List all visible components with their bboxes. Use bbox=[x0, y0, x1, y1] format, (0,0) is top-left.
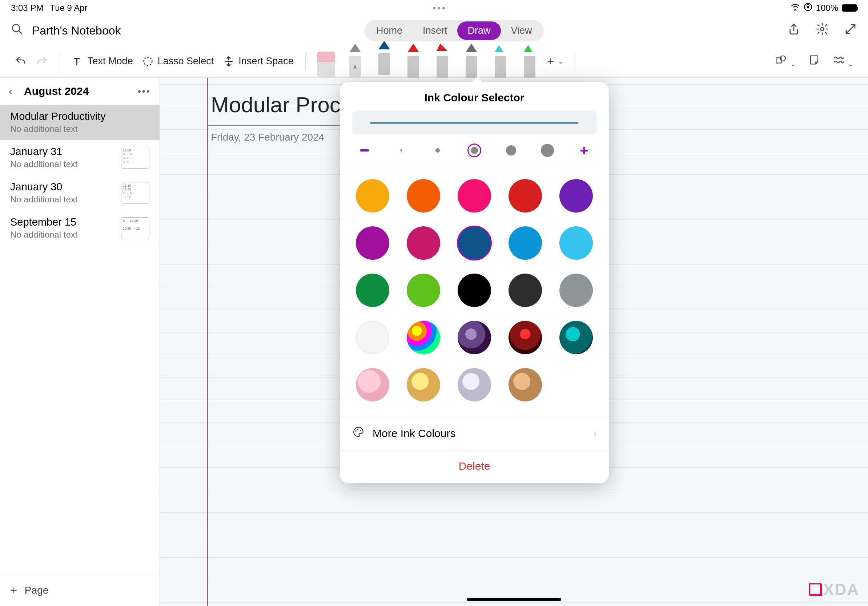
home-indicator[interactable] bbox=[467, 598, 561, 601]
color-swatch-9[interactable] bbox=[560, 226, 593, 260]
section-more-button[interactable]: ••• bbox=[138, 86, 151, 97]
wifi-icon bbox=[790, 3, 800, 13]
settings-icon[interactable] bbox=[816, 23, 829, 39]
color-swatch-23[interactable] bbox=[508, 368, 542, 402]
thickness-option-5[interactable] bbox=[539, 142, 556, 159]
battery-percent: 100% bbox=[816, 3, 838, 13]
thickness-option-1[interactable] bbox=[392, 142, 410, 159]
color-grid bbox=[340, 168, 609, 416]
undo-button[interactable] bbox=[14, 55, 27, 68]
page-item[interactable]: September 15No additional text 8 → 12.30… bbox=[0, 210, 160, 246]
multitask-dots[interactable] bbox=[88, 7, 790, 9]
thickness-option-2[interactable] bbox=[429, 142, 446, 159]
add-page-button[interactable]: + Page bbox=[0, 574, 160, 606]
status-date: Tue 9 Apr bbox=[50, 3, 87, 13]
status-bar: 3:03 PM Tue 9 Apr 100% bbox=[0, 0, 868, 16]
svg-point-10 bbox=[357, 429, 359, 430]
tab-view[interactable]: View bbox=[501, 22, 542, 40]
pen-tray: A bbox=[317, 45, 538, 78]
tab-bar: Home Insert Draw View bbox=[364, 20, 544, 42]
section-title[interactable]: August 2024 bbox=[24, 85, 130, 97]
svg-point-11 bbox=[360, 430, 361, 431]
color-swatch-8[interactable] bbox=[508, 226, 542, 260]
color-swatch-1[interactable] bbox=[407, 179, 440, 213]
color-swatch-12[interactable] bbox=[457, 274, 491, 307]
color-swatch-4[interactable] bbox=[560, 179, 593, 213]
color-swatch-0[interactable] bbox=[356, 179, 389, 213]
highlighter-green-tool[interactable] bbox=[521, 52, 538, 78]
watermark: ❑XDA bbox=[808, 580, 859, 599]
color-swatch-16[interactable] bbox=[407, 321, 440, 354]
back-button[interactable]: ‹ bbox=[9, 85, 12, 97]
color-swatch-11[interactable] bbox=[407, 274, 440, 307]
color-swatch-20[interactable] bbox=[356, 368, 389, 402]
delete-button[interactable]: Delete bbox=[340, 450, 609, 483]
highlighter-teal-tool[interactable] bbox=[492, 52, 509, 78]
color-swatch-22[interactable] bbox=[457, 368, 491, 402]
tab-draw[interactable]: Draw bbox=[457, 22, 501, 40]
page-item[interactable]: Modular ProductivityNo additional text bbox=[0, 105, 160, 140]
more-ink-colors-button[interactable]: More Ink Colours › bbox=[340, 416, 609, 450]
text-mode-button[interactable]: TText Mode bbox=[71, 55, 133, 68]
battery-icon bbox=[842, 5, 857, 12]
tab-home[interactable]: Home bbox=[366, 22, 412, 40]
note-title[interactable]: Modular Proc bbox=[211, 92, 341, 117]
color-swatch-13[interactable] bbox=[508, 274, 542, 307]
thickness-decrease[interactable] bbox=[356, 142, 373, 159]
fullscreen-icon[interactable] bbox=[844, 23, 857, 39]
sticky-note-button[interactable] bbox=[808, 54, 820, 69]
color-swatch-6[interactable] bbox=[407, 226, 440, 260]
pencil-gray-tool[interactable] bbox=[463, 52, 480, 78]
share-icon[interactable] bbox=[787, 23, 800, 39]
color-swatch-2[interactable] bbox=[457, 179, 491, 213]
page-list[interactable]: Modular ProductivityNo additional text J… bbox=[0, 105, 160, 574]
color-swatch-18[interactable] bbox=[508, 321, 542, 354]
search-icon[interactable] bbox=[11, 23, 23, 38]
thickness-option-4[interactable] bbox=[502, 142, 520, 159]
color-swatch-17[interactable] bbox=[457, 321, 491, 354]
shapes-button[interactable]: ⌄ bbox=[775, 54, 795, 69]
chevron-right-icon: › bbox=[593, 428, 597, 439]
thickness-selector: + bbox=[340, 142, 609, 168]
lasso-select-button[interactable]: Lasso Select bbox=[142, 55, 214, 68]
svg-text:T: T bbox=[74, 55, 80, 67]
svg-point-6 bbox=[144, 57, 152, 65]
marker-red-tool[interactable] bbox=[434, 52, 451, 78]
pencil-tool[interactable]: A bbox=[346, 52, 364, 78]
plus-icon: + bbox=[10, 583, 17, 597]
page-item[interactable]: January 30No additional text 11.15 →11.4… bbox=[0, 175, 160, 210]
svg-line-3 bbox=[19, 31, 22, 34]
page-item[interactable]: January 31No additional text 12.80 →8 → … bbox=[0, 140, 160, 175]
color-swatch-10[interactable] bbox=[356, 274, 389, 307]
svg-point-4 bbox=[821, 28, 824, 31]
page-thumbnail: 11.15 →11.45 →2 → 9.→ 12 bbox=[121, 182, 149, 204]
stroke-preview bbox=[352, 111, 597, 134]
page-sidebar: ‹ August 2024 ••• Modular ProductivityNo… bbox=[0, 78, 160, 606]
svg-rect-1 bbox=[807, 6, 809, 8]
tab-insert[interactable]: Insert bbox=[412, 22, 457, 40]
note-canvas[interactable]: Modular Proc Friday, 23 February 2024 In… bbox=[160, 78, 868, 606]
notebook-title[interactable]: Parth's Notebook bbox=[32, 24, 121, 37]
status-time: 3:03 PM bbox=[11, 3, 43, 13]
palette-icon bbox=[352, 426, 364, 441]
ink-to-shape-button[interactable]: ⌄ bbox=[833, 54, 854, 69]
color-swatch-21[interactable] bbox=[407, 368, 440, 402]
color-swatch-7[interactable] bbox=[457, 226, 491, 260]
thickness-option-3[interactable] bbox=[466, 142, 483, 159]
color-swatch-5[interactable] bbox=[356, 226, 389, 260]
redo-button[interactable] bbox=[36, 55, 48, 68]
color-swatch-19[interactable] bbox=[560, 321, 593, 354]
color-swatch-3[interactable] bbox=[508, 179, 542, 213]
draw-toolbar: TText Mode Lasso Select Insert Space A +… bbox=[0, 45, 868, 78]
pen-blue-tool[interactable] bbox=[375, 49, 393, 75]
eraser-tool[interactable] bbox=[317, 52, 335, 78]
pen-red-tool[interactable] bbox=[405, 52, 422, 78]
color-swatch-14[interactable] bbox=[560, 274, 593, 307]
color-swatch-15[interactable] bbox=[356, 321, 389, 354]
thickness-increase[interactable]: + bbox=[575, 142, 593, 159]
add-pen-button[interactable]: + ⌄ bbox=[547, 54, 563, 68]
page-thumbnail: 8 → 12.3010.80 → 12 bbox=[121, 217, 149, 239]
svg-point-9 bbox=[355, 430, 356, 431]
page-thumbnail: 12.80 →8 → 8.8.80 →5.80 → bbox=[121, 147, 149, 169]
insert-space-button[interactable]: Insert Space bbox=[222, 55, 294, 68]
